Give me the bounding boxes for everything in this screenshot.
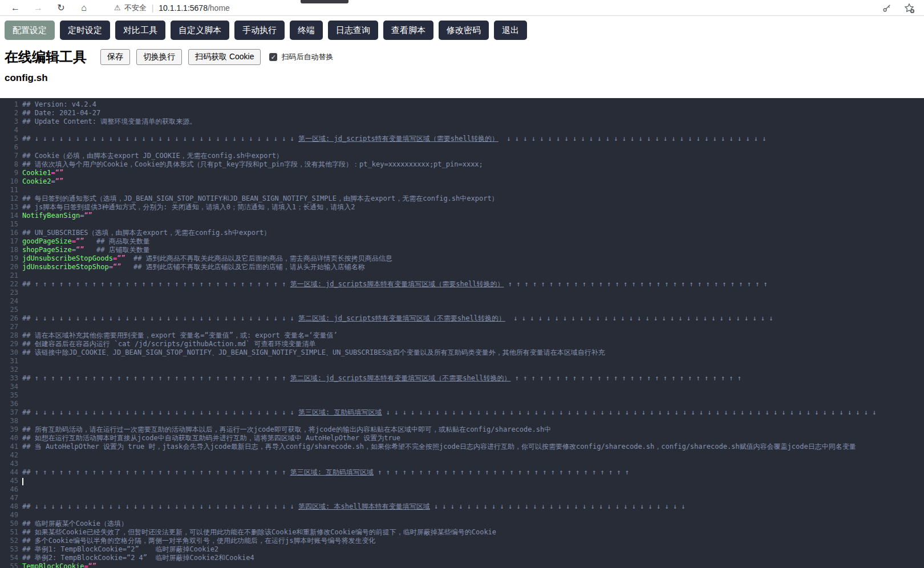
code-line[interactable]: 31	[0, 357, 924, 366]
code-line[interactable]: 23	[0, 289, 924, 297]
nav-tab-config[interactable]: 配置设定	[5, 21, 55, 40]
code-line[interactable]: 18shopPageSize=“” ## 店铺取关数量	[0, 246, 924, 254]
code-line[interactable]: 36	[0, 400, 924, 408]
code-line[interactable]: 19jdUnsubscribeStopGoods=“” ## 遇到此商品不再取关…	[0, 254, 924, 263]
url-divider: |	[152, 3, 154, 13]
line-number: 36	[0, 400, 22, 408]
code-text: ## 所有互助码活动，请在运行过一次需要互助的活动脚本以后，再运行一次jcode…	[22, 425, 551, 434]
address-bar[interactable]: 10.1.1.1:5678/home	[159, 3, 230, 13]
code-line[interactable]: 48## ↓ ↓ ↓ ↓ ↓ ↓ ↓ ↓ ↓ ↓ ↓ ↓ ↓ ↓ ↓ ↓ ↓ ↓…	[0, 502, 924, 511]
code-line[interactable]: 9Cookie1=“”	[0, 169, 924, 177]
code-line[interactable]: 32	[0, 366, 924, 374]
code-line[interactable]: 35	[0, 391, 924, 400]
code-line[interactable]: 46	[0, 485, 924, 494]
add-favorite-star-icon[interactable]	[903, 2, 915, 14]
code-line[interactable]: 38	[0, 417, 924, 425]
code-line[interactable]: 47	[0, 494, 924, 502]
code-line[interactable]: 40## 如想在运行互助活动脚本时直接从jcode中自动获取互助码并进行互助，请…	[0, 434, 924, 443]
line-number: 14	[0, 212, 22, 220]
nav-tab-view-script[interactable]: 查看脚本	[383, 21, 433, 40]
code-line[interactable]: 13## js脚本每日签到提供3种通知方式，分别为: 关闭通知，请填入0；简洁通…	[0, 203, 924, 212]
code-text: ## 请在本区域补充其他你需要用到变量，export 变量名=“变量值”，或: …	[22, 331, 338, 340]
code-line[interactable]: 49	[0, 511, 924, 520]
line-number: 9	[0, 169, 22, 177]
code-line[interactable]: 20jdUnsubscribeStopShop=“” ## 遇到此店铺不再取关此…	[0, 263, 924, 271]
code-line[interactable]: 8## 请依次填入每个用户的Cookie，Cookie的具体形式（只有pt_ke…	[0, 160, 924, 169]
code-line[interactable]: 4	[0, 126, 924, 135]
code-line[interactable]: 14NotifyBeanSign=“”	[0, 212, 924, 220]
code-line[interactable]: 43	[0, 460, 924, 468]
nav-tab-log-query[interactable]: 日志查询	[328, 21, 378, 40]
nav-tab-terminal[interactable]: 终端	[290, 21, 323, 40]
code-line[interactable]: 21	[0, 271, 924, 280]
code-line[interactable]: 51## 如果某些Cookie已经失效了，但暂时还没法更新，可以使用此功能在不删…	[0, 528, 924, 537]
auto-replace-label: 扫码后自动替换	[281, 52, 333, 62]
code-line[interactable]: 29## 创建容器后在容器内运行 `cat /jd/scripts/github…	[0, 340, 924, 348]
code-text: ## Version: v4.2.4	[22, 100, 96, 109]
not-secure-label: 不安全	[124, 3, 147, 13]
code-line[interactable]: 25	[0, 306, 924, 314]
code-line[interactable]: 6	[0, 143, 924, 152]
browser-tab[interactable]	[301, 0, 348, 3]
code-line[interactable]: 17goodPageSize=“” ## 商品取关数量	[0, 237, 924, 246]
code-line[interactable]: 37## ↓ ↓ ↓ ↓ ↓ ↓ ↓ ↓ ↓ ↓ ↓ ↓ ↓ ↓ ↓ ↓ ↓ ↓…	[0, 408, 924, 417]
nav-tab-manual-run[interactable]: 手动执行	[234, 21, 285, 40]
nav-tab-compare-tool[interactable]: 对比工具	[115, 21, 165, 40]
scan-cookie-button[interactable]: 扫码获取 Cookie	[188, 49, 261, 65]
code-line[interactable]: 11	[0, 186, 924, 194]
code-line[interactable]: 28## 请在本区域补充其他你需要用到变量，export 变量名=“变量值”，或…	[0, 331, 924, 340]
code-line[interactable]: 7## Cookie（必填，由脚本去export JD_COOKIE，无需在co…	[0, 152, 924, 160]
not-secure-warning-icon: ⚠	[114, 3, 121, 12]
line-number: 19	[0, 254, 22, 263]
nav-tab-custom-script[interactable]: 自定义脚本	[171, 21, 229, 40]
code-text: ## ↓ ↓ ↓ ↓ ↓ ↓ ↓ ↓ ↓ ↓ ↓ ↓ ↓ ↓ ↓ ↓ ↓ ↓ ↓…	[22, 408, 877, 417]
code-line[interactable]: 54## 举例2: TempBlockCookie=“2 4” 临时屏蔽掉Coo…	[0, 554, 924, 562]
code-line[interactable]: 42	[0, 451, 924, 460]
code-editor[interactable]: 1## Version: v4.2.42## Date: 2021-04-273…	[0, 98, 924, 568]
auto-replace-checkbox[interactable]	[269, 53, 277, 61]
forward-icon[interactable]: →	[31, 0, 46, 15]
nav-tab-logout[interactable]: 退出	[494, 21, 527, 40]
code-line[interactable]: 41## 当 AutoHelpOther 设置为 true 时，jtask会先导…	[0, 443, 924, 451]
save-button[interactable]: 保存	[100, 49, 130, 65]
back-icon[interactable]: ←	[8, 0, 23, 15]
code-line[interactable]: 55TempBlockCookie=“”	[0, 562, 924, 568]
code-line[interactable]: 27	[0, 323, 924, 331]
code-line[interactable]: 15	[0, 220, 924, 229]
refresh-icon[interactable]: ↻	[54, 0, 68, 15]
password-key-icon[interactable]	[882, 3, 892, 13]
code-line[interactable]: 44## ↑ ↑ ↑ ↑ ↑ ↑ ↑ ↑ ↑ ↑ ↑ ↑ ↑ ↑ ↑ ↑ ↑ ↑…	[0, 468, 924, 477]
nav-tab-schedule[interactable]: 定时设定	[60, 21, 110, 40]
code-line[interactable]: 12## 每日签到的通知形式（选填，JD_BEAN_SIGN_STOP_NOTI…	[0, 194, 924, 203]
line-number: 2	[0, 109, 22, 117]
code-text: ## 每日签到的通知形式（选填，JD_BEAN_SIGN_STOP_NOTIFY…	[22, 194, 499, 203]
toggle-wrap-button[interactable]: 切换换行	[136, 49, 182, 65]
code-line[interactable]: 45	[0, 477, 924, 485]
code-line[interactable]: 2## Date: 2021-04-27	[0, 109, 924, 117]
code-line[interactable]: 1## Version: v4.2.4	[0, 100, 924, 109]
file-name: config.sh	[5, 72, 48, 84]
code-line[interactable]: 22## ↑ ↑ ↑ ↑ ↑ ↑ ↑ ↑ ↑ ↑ ↑ ↑ ↑ ↑ ↑ ↑ ↑ ↑…	[0, 280, 924, 289]
code-text: ## 临时屏蔽某个Cookie（选填）	[22, 520, 128, 528]
code-line[interactable]: 10Cookie2=“”	[0, 177, 924, 186]
home-icon[interactable]: ⌂	[76, 0, 91, 15]
code-line[interactable]: 34	[0, 383, 924, 391]
site-security-chip[interactable]: ⚠ 不安全	[114, 3, 147, 13]
code-line[interactable]: 50## 临时屏蔽某个Cookie（选填）	[0, 520, 924, 528]
code-line[interactable]: 24	[0, 297, 924, 306]
line-number: 43	[0, 460, 22, 468]
code-line[interactable]: 30## 该链接中除JD_COOKIE、JD_BEAN_SIGN_STOP_NO…	[0, 348, 924, 357]
code-line[interactable]: 16## UN_SUBSCRIBES（选填，由脚本去export，无需在conf…	[0, 229, 924, 237]
code-line[interactable]: 52## 多个Cookie编号以半角的空格分隔，两侧一对半角双引号，使用此功能后…	[0, 537, 924, 545]
code-line[interactable]: 3## Update Content: 调整环境变量清单的获取来源。	[0, 117, 924, 126]
code-line[interactable]: 26## ↓ ↓ ↓ ↓ ↓ ↓ ↓ ↓ ↓ ↓ ↓ ↓ ↓ ↓ ↓ ↓ ↓ ↓…	[0, 314, 924, 323]
code-text: jdUnsubscribeStopShop=“” ## 遇到此店铺不再取关此店铺…	[22, 263, 365, 271]
code-line[interactable]: 53## 举例1: TempBlockCookie=“2” 临时屏蔽掉Cooki…	[0, 545, 924, 554]
page-title: 在线编辑工具	[5, 48, 87, 66]
code-line[interactable]: 5## ↓ ↓ ↓ ↓ ↓ ↓ ↓ ↓ ↓ ↓ ↓ ↓ ↓ ↓ ↓ ↓ ↓ ↓ …	[0, 135, 924, 143]
line-number: 25	[0, 306, 22, 314]
code-line[interactable]: 39## 所有互助码活动，请在运行过一次需要互助的活动脚本以后，再运行一次jco…	[0, 425, 924, 434]
nav-tab-change-password[interactable]: 修改密码	[439, 21, 489, 40]
code-text	[22, 477, 23, 485]
code-line[interactable]: 33## ↑ ↑ ↑ ↑ ↑ ↑ ↑ ↑ ↑ ↑ ↑ ↑ ↑ ↑ ↑ ↑ ↑ ↑…	[0, 374, 924, 383]
